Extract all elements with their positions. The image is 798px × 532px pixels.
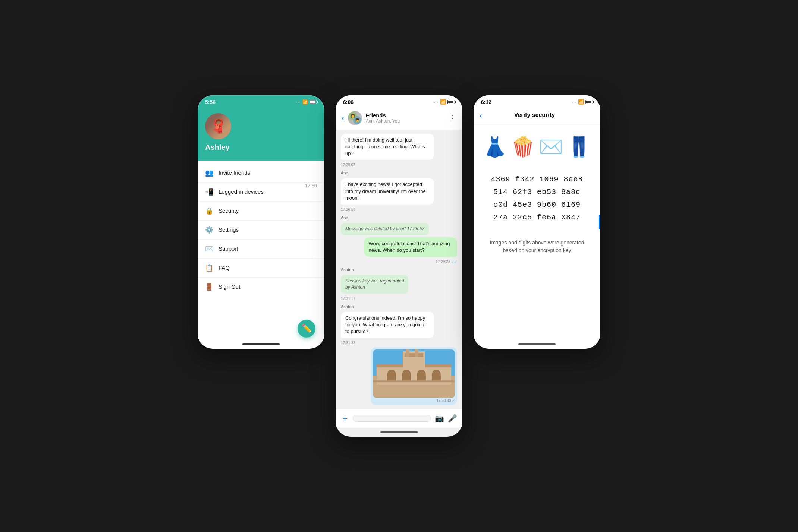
building-illustration [373,349,455,398]
menu-label-invite: Invite friends [219,170,250,176]
verify-emojis: 👗 🍿 ✉️ 👖 [474,124,600,166]
message-time: 17:25:07 [341,163,457,167]
sender-label: Ashton [341,267,457,272]
system-message: Session key was regeneratedby Ashton [341,275,408,294]
emoji-dress: 👗 [483,136,507,158]
home-bar [518,343,556,345]
svg-rect-7 [415,349,418,357]
home-indicator [336,428,462,437]
back-button[interactable]: ‹ [480,111,482,120]
sender-label: Ann [341,171,457,175]
chat-header-info: Friends Ann, Ashton, You [366,112,445,124]
menu-label-settings: Settings [219,227,239,233]
lock-icon: 🔒 [205,207,213,215]
microphone-button[interactable]: 🎤 [448,414,457,423]
phones-container: 5:56 ··· 📶 🧣 Ashley 17:50 👥 Invite frien… [198,95,600,437]
battery-icon [447,100,455,104]
chat-members: Ann, Ashton, You [366,118,445,124]
battery-icon [585,100,593,104]
home-indicator [474,340,600,349]
faq-icon: 📋 [205,264,213,272]
svg-rect-6 [406,349,409,357]
verify-title: Verify security [482,112,587,118]
phone2-status-bar: 6:06 ··· 📶 [336,95,462,107]
phone2-status-icons: ··· 📶 [434,99,455,105]
message-time: 17:26:56 [341,208,457,212]
message-input[interactable] [353,415,431,422]
code-line-1: 4369 f342 1069 8ee8 [485,173,589,186]
menu-label-support: Support [219,246,238,252]
menu-label-security: Security [219,208,239,214]
phone3-status-icons: ··· 📶 [572,99,593,105]
phone3-verify: 6:12 ··· 📶 ‹ Verify security 👗 🍿 ✉️ 👖 43… [474,95,600,349]
settings-icon: ⚙️ [205,226,213,234]
chat-input-bar: ＋ 📷 🎤 [336,409,462,428]
code-line-2: 514 62f3 eb53 8a8c [485,186,589,199]
message-bubble: I have exciting news! I got accepted int… [341,178,434,205]
phone1-status-icons: ··· 📶 [296,99,317,105]
code-line-4: 27a 22c5 fe6a 0847 [485,211,589,224]
battery-icon [310,100,317,104]
compose-button[interactable]: ✏️ [298,320,315,338]
menu-item-security[interactable]: 🔒 Security [198,202,324,221]
phone3-time: 6:12 [481,99,491,105]
verify-description: Images and digits above were generated b… [474,231,600,262]
signal-dots-icon: ··· [434,100,439,104]
devices-icon: 📲 [205,188,213,196]
wifi-icon: 📶 [578,99,584,105]
svg-rect-15 [432,375,441,380]
menu-item-faq[interactable]: 📋 FAQ [198,259,324,278]
menu-item-invite[interactable]: 👥 Invite friends [198,164,324,183]
message-time: 17:31:17 [341,297,457,301]
read-checkmark: ✓✓ [451,260,457,264]
attach-button[interactable]: ＋ [341,413,349,424]
menu-item-settings[interactable]: ⚙️ Settings [198,221,324,240]
chat-header: ‹ 👩 👦 Friends Ann, Ashton, You ⋮ [336,107,462,130]
sender-label: Ann [341,215,457,220]
camera-button[interactable]: 📷 [435,414,444,423]
more-button[interactable]: ⋮ [449,114,456,123]
signal-dots-icon: ··· [572,100,576,104]
signal-dots-icon: ··· [296,100,301,104]
message-bubble: Wow, congratulations! That's amazing new… [364,237,457,257]
menu-label-faq: FAQ [219,265,230,271]
back-button[interactable]: ‹ [342,114,344,122]
home-bar [380,431,418,433]
phone1-menu: 5:56 ··· 📶 🧣 Ashley 17:50 👥 Invite frien… [198,95,324,349]
verify-code: 4369 f342 1069 8ee8 514 62f3 eb53 8a8c c… [474,166,600,231]
menu-item-signout[interactable]: 🚪 Sign Out [198,278,324,296]
emoji-envelope: ✉️ [539,136,563,158]
message-time: 17:31:33 [341,341,457,345]
menu-item-support[interactable]: ✉️ Support [198,240,324,259]
support-icon: ✉️ [205,245,213,253]
image-message: 17:50:30 ✓ [371,347,457,405]
menu-label-devices: Logged in devices [219,189,264,195]
svg-rect-14 [417,375,426,380]
home-indicator [198,340,324,349]
emoji-jeans: 👖 [567,136,591,158]
svg-rect-16 [373,380,455,382]
invite-icon: 👥 [205,169,213,177]
svg-rect-13 [402,375,411,380]
message-time: 17:29:23 ✓✓ [436,260,457,264]
wifi-icon: 📶 [440,99,446,105]
avatar: 🧣 [205,113,231,139]
message-bubble: Congratulations indeed! I'm so happy for… [341,312,434,338]
phone2-chat: 6:06 ··· 📶 ‹ 👩 👦 Friends Ann, Ashton, Yo… [336,95,462,437]
wifi-icon: 📶 [302,99,308,105]
sender-label: Ashton [341,304,457,309]
chat-name: Friends [366,112,445,118]
blue-tab [599,215,600,229]
avatar2: 👦 [353,116,361,124]
home-bar [242,343,280,345]
phone1-header: 🧣 Ashley [198,107,324,161]
phone1-status-bar: 5:56 ··· 📶 [198,95,324,107]
signout-icon: 🚪 [205,283,213,291]
message-bubble: Hi there! I'm doing well too, just catch… [341,134,434,160]
user-name: Ashley [205,143,230,152]
group-avatar: 👩 👦 [348,111,362,125]
verify-header: ‹ Verify security [474,107,600,124]
menu-label-signout: Sign Out [219,284,240,290]
image-time: 17:50:30 ✓ [373,399,455,403]
system-message: Message was deleted by user! 17:26:57 [341,223,429,235]
